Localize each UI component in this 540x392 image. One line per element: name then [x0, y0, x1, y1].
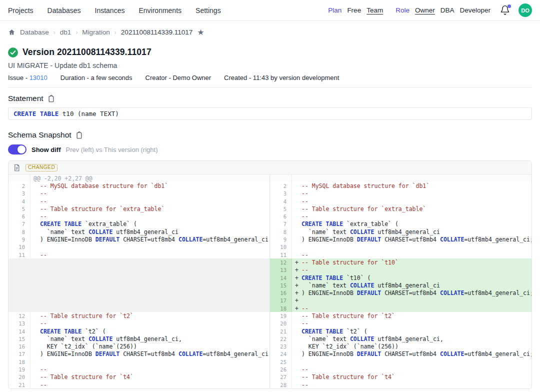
breadcrumb-items: Database›db1›Migration›20211008114339.11… [20, 28, 192, 36]
breadcrumb-item[interactable]: 20211008114339.11017 [121, 28, 192, 36]
breadcrumb-item[interactable]: Database [20, 28, 49, 36]
show-diff-label: Show diff [32, 146, 61, 154]
diff-row [8, 297, 270, 304]
notification-bell-icon[interactable] [500, 5, 511, 16]
nav-link-developer[interactable]: Developer [460, 6, 490, 14]
line-number: 4 [270, 198, 292, 205]
line-number [270, 174, 292, 182]
line-number: 14 [270, 274, 292, 282]
code-line: CREATE TABLE `t2` ( [30, 328, 270, 335]
statement-code[interactable]: CREATE TABLE t10 (name TEXT) [8, 108, 532, 120]
diff-row [270, 174, 532, 182]
code-line: -- [30, 320, 270, 328]
diff-row: 2-- MySQL database structure for `db1` [270, 182, 532, 190]
diff-row: 20-- Table structure for `t4` [8, 374, 270, 381]
issue-link[interactable]: 13010 [30, 74, 48, 82]
code-line: +-- [292, 304, 532, 312]
diff-row [8, 258, 270, 266]
line-number: 28 [270, 381, 292, 388]
diff-row: 12+-- Table structure for `t10` [270, 258, 532, 266]
diff-row: 22 `name` text COLLATE utf8mb4_general_c… [270, 335, 532, 342]
breadcrumb-item[interactable]: Migration [82, 28, 110, 36]
line-number: 26 [270, 366, 292, 373]
code-line: -- [292, 381, 532, 388]
line-number: 18 [270, 304, 292, 312]
diff-row: 18 [8, 358, 270, 366]
diff-row: 10 [270, 244, 532, 251]
code-line: -- [30, 198, 270, 205]
diff-row: 5-- Table structure for `extra_table` [8, 205, 270, 212]
code-line: + [292, 297, 532, 304]
nav-item-instances[interactable]: Instances [95, 6, 125, 14]
code-line: -- Table structure for `extra_table` [292, 205, 532, 212]
code-line: -- Table structure for `t2` [292, 312, 532, 320]
code-line: -- [292, 251, 532, 258]
nav-item-settings[interactable]: Settings [196, 6, 221, 14]
breadcrumb-separator: › [114, 29, 116, 36]
nav-link-owner[interactable]: Owner [415, 6, 435, 14]
line-number: 12 [270, 258, 292, 266]
show-diff-hint: Prev (left) vs This version (right) [66, 146, 158, 154]
copy-statement-icon[interactable] [48, 95, 55, 102]
meta-item: Created - 11:43 by version development [224, 74, 339, 82]
nav-item-projects[interactable]: Projects [8, 6, 34, 14]
nav-link-team[interactable]: Team [366, 6, 383, 14]
breadcrumb-item[interactable]: db1 [60, 28, 72, 36]
diff-pane-previous[interactable]: @@ -2,20 +2,27 @@2-- MySQL database stru… [8, 174, 270, 388]
nav-link-free[interactable]: Free [347, 6, 361, 14]
file-icon [13, 164, 20, 172]
line-number: 20 [270, 320, 292, 328]
nav-link-dba[interactable]: DBA [440, 6, 454, 14]
copy-snapshot-icon[interactable] [76, 132, 83, 139]
nav-right: PlanFreeTeamRoleOwnerDBADeveloper DO [328, 4, 532, 17]
diff-row: 27-- Table structure for `t4` [270, 374, 532, 381]
nav-link-plan[interactable]: Plan [328, 6, 342, 14]
code-line [292, 244, 532, 251]
diff-row: 21CREATE TABLE `t2` ( [270, 328, 532, 335]
nav-items: ProjectsDatabasesInstancesEnvironmentsSe… [8, 6, 221, 14]
star-icon[interactable]: ★ [197, 28, 204, 36]
diff-row: 10 [8, 244, 270, 251]
diff-row: 3-- [270, 190, 532, 198]
diff-row: 4-- [270, 198, 532, 205]
nav-link-role[interactable]: Role [396, 6, 410, 14]
code-line: -- [30, 212, 270, 220]
diff-row: 3-- [8, 190, 270, 198]
code-line: -- [30, 190, 270, 198]
code-line: -- [30, 366, 270, 373]
diff-row: 11-- [270, 251, 532, 258]
diff-row [8, 304, 270, 312]
snapshot-title: Schema Snapshot [8, 130, 72, 140]
nav-item-environments[interactable]: Environments [138, 6, 182, 14]
code-line: -- MySQL database structure for `db1` [292, 182, 532, 190]
line-number: 21 [270, 328, 292, 335]
show-diff-toggle[interactable] [8, 144, 26, 154]
diff-row: 25 [270, 358, 532, 366]
diff-row: 7CREATE TABLE `extra_table` ( [270, 220, 532, 228]
diff-row: 2-- MySQL database structure for `db1` [8, 182, 270, 190]
line-number: 2 [8, 182, 30, 190]
breadcrumb-separator: › [54, 29, 56, 36]
diff-row: 13-- [8, 320, 270, 328]
diff-row: 28-- [270, 381, 532, 388]
line-number: 14 [8, 328, 30, 335]
diff-row [8, 282, 270, 289]
avatar[interactable]: DO [518, 4, 532, 17]
diff-pane-current[interactable]: 2-- MySQL database structure for `db1`3-… [270, 174, 532, 388]
line-number: 7 [8, 220, 30, 228]
home-icon[interactable] [8, 28, 16, 36]
code-line: KEY `t2_idx` (`name`(256)) [30, 343, 270, 350]
code-line: +) ENGINE=InnoDB DEFAULT CHARSET=utf8mb4… [292, 289, 532, 296]
line-number: 21 [8, 381, 30, 388]
code-line: -- Table structure for `t4` [292, 374, 532, 381]
line-number: 4 [8, 198, 30, 205]
diff-row: 14CREATE TABLE `t2` ( [8, 328, 270, 335]
line-number: 25 [270, 358, 292, 366]
line-number: 7 [270, 220, 292, 228]
code-line: -- MySQL database structure for `db1` [30, 182, 270, 190]
migration-subtitle: UI MIGRATE - Update db1 schema [8, 62, 532, 70]
success-check-icon [8, 48, 18, 58]
nav-item-databases[interactable]: Databases [48, 6, 81, 14]
diff-row: 9) ENGINE=InnoDB DEFAULT CHARSET=utf8mb4… [270, 236, 532, 243]
code-line [30, 274, 270, 282]
